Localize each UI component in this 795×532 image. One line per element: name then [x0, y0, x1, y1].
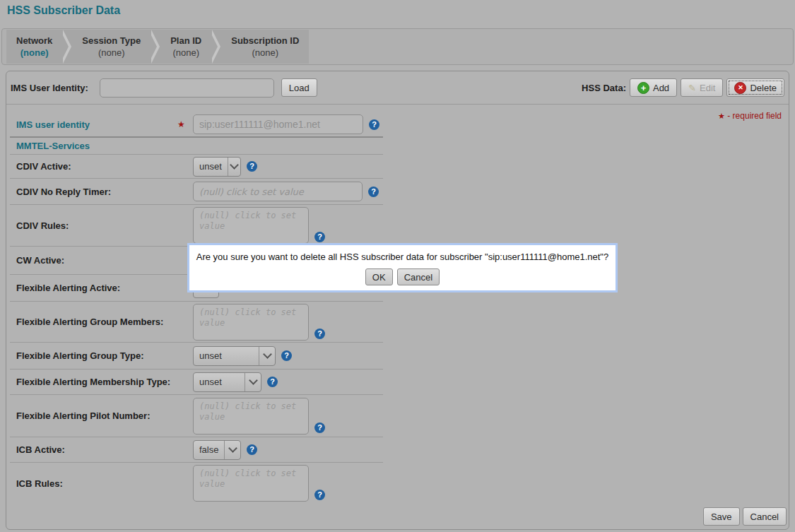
- page-title: HSS Subscriber Data: [7, 4, 120, 17]
- delete-button-label: Delete: [750, 83, 777, 93]
- subscriber-form: IMS user identity ★ ? MMTEL-Services CDI…: [10, 112, 383, 504]
- load-button[interactable]: Load: [281, 78, 317, 97]
- save-button[interactable]: Save: [703, 507, 740, 526]
- field-label: ICB Active:: [16, 444, 193, 455]
- field-label: Flexible Alerting Group Type:: [16, 350, 193, 361]
- breadcrumb-session-type[interactable]: Session Type (none): [72, 30, 151, 64]
- dialog-message: Are you sure you want to delete all HSS …: [189, 252, 616, 262]
- field-label: IMS user identity: [16, 119, 193, 130]
- form-row-icb-rules: ICB Rules: ?: [10, 463, 383, 504]
- help-icon[interactable]: ?: [267, 377, 278, 387]
- breadcrumb-subscription-id[interactable]: Subscription ID (none): [221, 30, 309, 64]
- cdiv-no-reply-timer-input[interactable]: [193, 182, 363, 201]
- edit-button-label: Edit: [700, 83, 715, 93]
- breadcrumb-plan-id[interactable]: Plan ID (none): [160, 30, 211, 64]
- field-label: Flexible Alerting Active:: [16, 283, 193, 293]
- hss-data-actions: HSS Data: + Add ✎ Edit ✕ Delete: [582, 78, 786, 97]
- breadcrumb-value: (none): [252, 47, 278, 59]
- form-row-cdiv-active: CDIV Active: unset ?: [10, 155, 383, 179]
- hss-subscriber-panel: IMS User Identity: Load HSS Data: + Add …: [6, 71, 789, 530]
- chevron-down-icon: [224, 441, 240, 459]
- form-row-cdiv-no-reply-timer: CDIV No Reply Timer: ?: [10, 179, 383, 205]
- add-button-label: Add: [653, 83, 669, 93]
- form-row-ims-user-identity: IMS user identity ★ ?: [10, 112, 383, 138]
- ims-user-identity-label: IMS User Identity:: [11, 83, 88, 93]
- field-label: Flexible Alerting Membership Type:: [16, 377, 193, 387]
- dialog-buttons: OK Cancel: [189, 268, 616, 285]
- breadcrumb-steps: Network (none) Session Type (none) Plan …: [6, 30, 309, 64]
- delete-button[interactable]: ✕ Delete: [726, 78, 784, 97]
- form-row-flexible-alerting-membership-type: Flexible Alerting Membership Type: unset…: [10, 370, 383, 395]
- required-field-note: ★ - required field: [718, 111, 782, 121]
- select-value: unset: [194, 373, 245, 391]
- section-heading-label: MMTEL-Services: [16, 141, 90, 151]
- chevron-down-icon: [228, 158, 240, 176]
- form-row-flexible-alerting-group-type: Flexible Alerting Group Type: unset ?: [10, 343, 383, 370]
- ims-user-identity-value-input: [193, 114, 363, 134]
- cdiv-rules-textarea[interactable]: [193, 207, 309, 244]
- select-value: unset: [194, 347, 259, 365]
- chevron-right-icon: [62, 30, 72, 64]
- help-icon[interactable]: ?: [314, 329, 325, 339]
- flexible-alerting-membership-type-select[interactable]: unset: [193, 372, 261, 392]
- flexible-alerting-pilot-number-textarea[interactable]: [193, 398, 309, 435]
- chevron-down-icon: [245, 373, 261, 391]
- breadcrumb-value: (none): [172, 47, 199, 59]
- icb-rules-textarea[interactable]: [193, 465, 309, 502]
- select-value: false: [194, 441, 224, 459]
- field-label: CDIV Active:: [16, 161, 193, 172]
- hss-data-label: HSS Data:: [582, 83, 626, 93]
- breadcrumb-network[interactable]: Network (none): [6, 30, 62, 64]
- breadcrumb: Network (none) Session Type (none) Plan …: [1, 28, 794, 65]
- edit-button: ✎ Edit: [681, 78, 723, 97]
- form-row-icb-active: ICB Active: false ?: [10, 437, 383, 463]
- ok-button[interactable]: OK: [365, 268, 393, 285]
- form-row-flexible-alerting-pilot-number: Flexible Alerting Pilot Number: ?: [10, 395, 383, 437]
- flexible-alerting-group-members-textarea[interactable]: [193, 304, 309, 341]
- edit-pencil-icon: ✎: [688, 83, 696, 93]
- chevron-right-icon: [211, 30, 221, 64]
- help-icon[interactable]: ?: [314, 232, 325, 242]
- required-note-text: - required field: [727, 111, 782, 121]
- select-value: unset: [194, 158, 228, 176]
- breadcrumb-value: (none): [20, 47, 49, 59]
- required-star-icon: ★: [718, 112, 725, 120]
- flexible-alerting-group-type-select[interactable]: unset: [193, 346, 276, 366]
- form-row-flexible-alerting-group-members: Flexible Alerting Group Members: ?: [10, 302, 383, 343]
- breadcrumb-label: Network: [16, 35, 52, 47]
- toolbar: IMS User Identity: Load HSS Data: + Add …: [6, 71, 789, 105]
- delete-icon: ✕: [734, 82, 746, 94]
- section-heading-mmtel-services: MMTEL-Services: [10, 138, 383, 155]
- dialog-cancel-button[interactable]: Cancel: [397, 268, 440, 285]
- field-label: CW Active:: [16, 255, 193, 266]
- cdiv-active-select[interactable]: unset: [193, 157, 241, 177]
- footer-actions: Save Cancel: [703, 507, 787, 526]
- help-icon[interactable]: ?: [314, 490, 325, 500]
- field-label: Flexible Alerting Group Members:: [16, 317, 193, 327]
- help-icon[interactable]: ?: [369, 119, 379, 130]
- icb-active-select[interactable]: false: [193, 440, 241, 460]
- help-icon[interactable]: ?: [281, 350, 292, 361]
- breadcrumb-label: Subscription ID: [231, 35, 299, 47]
- add-button[interactable]: + Add: [630, 78, 677, 97]
- add-icon: +: [637, 82, 649, 94]
- field-label: CDIV Rules:: [16, 220, 193, 231]
- help-icon[interactable]: ?: [247, 161, 257, 172]
- help-icon[interactable]: ?: [368, 187, 379, 197]
- ims-user-identity-input[interactable]: [100, 78, 274, 97]
- required-star-icon: ★: [177, 119, 185, 129]
- confirm-delete-dialog: Are you sure you want to delete all HSS …: [187, 243, 618, 292]
- help-icon[interactable]: ?: [247, 444, 257, 455]
- breadcrumb-label: Plan ID: [170, 35, 201, 47]
- field-label: CDIV No Reply Timer:: [16, 187, 193, 197]
- field-label: Flexible Alerting Pilot Number:: [16, 410, 193, 421]
- chevron-down-icon: [259, 347, 275, 365]
- form-row-cdiv-rules: CDIV Rules: ?: [10, 205, 383, 247]
- breadcrumb-label: Session Type: [82, 35, 141, 47]
- chevron-right-icon: [151, 30, 160, 64]
- breadcrumb-value: (none): [98, 47, 125, 59]
- footer-cancel-button[interactable]: Cancel: [743, 507, 787, 526]
- field-label: ICB Rules:: [16, 478, 193, 489]
- help-icon[interactable]: ?: [314, 422, 325, 433]
